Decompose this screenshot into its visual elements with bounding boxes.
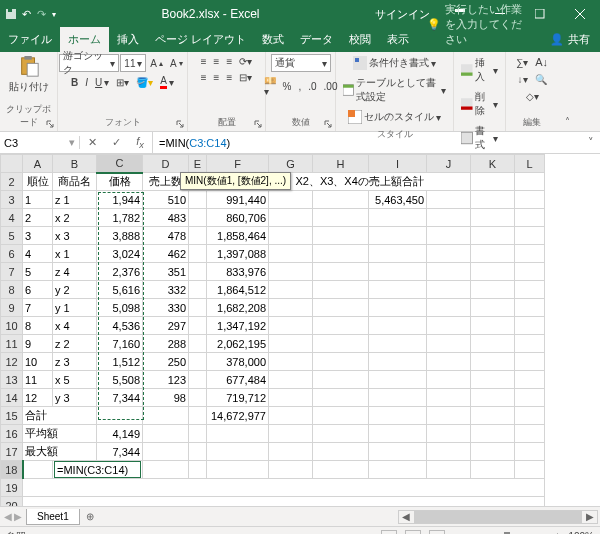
col-header-D[interactable]: D xyxy=(143,155,189,173)
cell[interactable] xyxy=(427,335,471,353)
cell[interactable]: 9 xyxy=(23,335,53,353)
row-header[interactable]: 20 xyxy=(1,497,23,507)
cell[interactable]: 351 xyxy=(143,263,189,281)
cell[interactable] xyxy=(189,191,207,209)
increase-decimal-icon[interactable]: .0 xyxy=(305,79,319,94)
cell[interactable] xyxy=(427,443,471,461)
cell[interactable] xyxy=(189,263,207,281)
cell[interactable] xyxy=(515,263,545,281)
italic-button[interactable]: I xyxy=(82,75,91,90)
cell[interactable] xyxy=(269,209,313,227)
cell[interactable] xyxy=(515,173,545,191)
cell[interactable] xyxy=(269,443,313,461)
cell[interactable]: 1,944 xyxy=(97,191,143,209)
cell[interactable] xyxy=(313,443,369,461)
cell[interactable]: 478 xyxy=(143,227,189,245)
cell[interactable] xyxy=(313,407,369,425)
cell[interactable]: 1,397,088 xyxy=(207,245,269,263)
decrease-font-icon[interactable]: A▾ xyxy=(167,56,186,71)
cell[interactable]: 250 xyxy=(143,353,189,371)
cell[interactable] xyxy=(515,353,545,371)
cell[interactable] xyxy=(313,317,369,335)
cell[interactable]: 833,976 xyxy=(207,263,269,281)
row-header[interactable]: 19 xyxy=(1,479,23,497)
cell[interactable] xyxy=(515,425,545,443)
cell[interactable] xyxy=(189,407,207,425)
cell[interactable]: 3,888 xyxy=(97,227,143,245)
number-launcher-icon[interactable] xyxy=(323,119,333,129)
normal-view-button[interactable] xyxy=(381,530,397,535)
sheet-nav-next-icon[interactable]: ▶ xyxy=(14,511,22,522)
cell[interactable]: 14,672,977 xyxy=(207,407,269,425)
cell[interactable] xyxy=(515,335,545,353)
cell[interactable] xyxy=(189,227,207,245)
cell[interactable] xyxy=(427,245,471,263)
fill-color-button[interactable]: 🪣▾ xyxy=(133,75,156,90)
cell[interactable] xyxy=(515,371,545,389)
cell[interactable]: 332 xyxy=(143,281,189,299)
orientation-icon[interactable]: ⟳▾ xyxy=(236,54,255,69)
underline-button[interactable]: U▾ xyxy=(92,75,112,90)
cell[interactable] xyxy=(515,461,545,479)
worksheet-grid[interactable]: A B C D E F G H I J K L 2 順位 商品名 価格 売上数 … xyxy=(0,154,545,506)
cell[interactable]: 7 xyxy=(23,299,53,317)
cell[interactable] xyxy=(269,227,313,245)
cell[interactable]: 5,616 xyxy=(97,281,143,299)
cell[interactable] xyxy=(471,425,515,443)
cell[interactable] xyxy=(471,191,515,209)
percent-button[interactable]: % xyxy=(280,79,295,94)
page-break-view-button[interactable] xyxy=(429,530,445,535)
cell[interactable]: y 1 xyxy=(53,299,97,317)
cell[interactable] xyxy=(313,461,369,479)
cell[interactable]: z 3 xyxy=(53,353,97,371)
cell[interactable] xyxy=(207,425,269,443)
cell[interactable] xyxy=(471,407,515,425)
share-button[interactable]: 👤 共有 xyxy=(540,27,600,52)
cell[interactable]: x 3 xyxy=(53,227,97,245)
cell[interactable]: 2 xyxy=(23,209,53,227)
row-header[interactable]: 17 xyxy=(1,443,23,461)
cell[interactable] xyxy=(427,371,471,389)
cell[interactable] xyxy=(427,281,471,299)
cell[interactable]: 297 xyxy=(143,317,189,335)
cell[interactable] xyxy=(369,317,427,335)
cell[interactable]: 3,024 xyxy=(97,245,143,263)
cell[interactable] xyxy=(471,335,515,353)
format-table-button[interactable]: テーブルとして書式設定▾ xyxy=(340,74,449,106)
cell[interactable] xyxy=(97,407,143,425)
cell[interactable]: 2,376 xyxy=(97,263,143,281)
cell[interactable] xyxy=(369,281,427,299)
cell[interactable] xyxy=(427,299,471,317)
cell[interactable] xyxy=(369,407,427,425)
cell[interactable]: 4,149 xyxy=(97,425,143,443)
cell[interactable] xyxy=(369,371,427,389)
autosum-button[interactable]: ∑▾ xyxy=(513,55,531,70)
conditional-format-button[interactable]: 条件付き書式▾ xyxy=(350,54,439,72)
cell[interactable] xyxy=(189,299,207,317)
font-color-button[interactable]: A▾ xyxy=(157,73,177,91)
cell[interactable]: 288 xyxy=(143,335,189,353)
cell[interactable] xyxy=(143,407,189,425)
clipboard-launcher-icon[interactable] xyxy=(45,119,55,129)
cell[interactable] xyxy=(313,191,369,209)
editing-cell[interactable]: =MIN(C3:C14) xyxy=(53,461,143,479)
name-box[interactable]: C3▾ xyxy=(0,136,80,149)
col-header-B[interactable]: B xyxy=(53,155,97,173)
cell[interactable] xyxy=(369,209,427,227)
tab-view[interactable]: 表示 xyxy=(379,27,417,52)
cell[interactable] xyxy=(269,407,313,425)
align-launcher-icon[interactable] xyxy=(253,119,263,129)
align-middle-icon[interactable]: ≡ xyxy=(211,54,223,69)
cell[interactable] xyxy=(189,281,207,299)
row-header[interactable]: 5 xyxy=(1,227,23,245)
cell[interactable] xyxy=(471,245,515,263)
cell[interactable] xyxy=(515,389,545,407)
col-header-A[interactable]: A xyxy=(23,155,53,173)
cell[interactable]: 510 xyxy=(143,191,189,209)
cell[interactable] xyxy=(189,371,207,389)
cell[interactable] xyxy=(369,335,427,353)
cell[interactable] xyxy=(269,335,313,353)
cell[interactable] xyxy=(427,461,471,479)
cell[interactable]: 5,508 xyxy=(97,371,143,389)
col-header-E[interactable]: E xyxy=(189,155,207,173)
